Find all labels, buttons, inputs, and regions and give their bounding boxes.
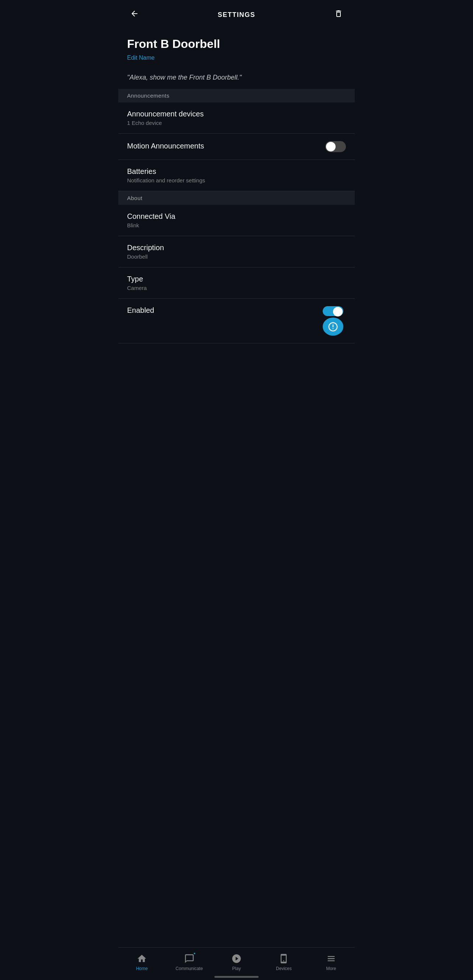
description-title: Description — [127, 243, 346, 252]
section-header-announcements: Announcements — [118, 89, 355, 102]
motion-announcements-content: Motion Announcements — [127, 142, 325, 152]
enabled-toggle[interactable] — [320, 306, 346, 336]
enabled-icon-graphic — [328, 321, 339, 332]
type-row: Type Camera — [118, 267, 355, 299]
connected-via-value: Blink — [127, 222, 346, 228]
announcement-devices-title: Announcement devices — [127, 110, 346, 118]
batteries-subtitle: Notification and reorder settings — [127, 177, 346, 183]
type-content: Type Camera — [127, 275, 346, 291]
enabled-row[interactable]: Enabled — [118, 299, 355, 344]
header: SETTINGS — [118, 0, 355, 29]
enabled-content: Enabled — [127, 306, 320, 316]
announcement-devices-row[interactable]: Announcement devices 1 Echo device — [118, 102, 355, 134]
delete-icon — [334, 9, 343, 20]
description-value: Doorbell — [127, 253, 346, 260]
motion-announcements-row[interactable]: Motion Announcements — [118, 134, 355, 160]
back-button[interactable] — [127, 7, 142, 22]
back-icon — [130, 9, 139, 20]
enabled-title: Enabled — [127, 306, 320, 315]
batteries-title: Batteries — [127, 167, 346, 176]
toggle-off-switch[interactable] — [325, 141, 346, 152]
edit-name-link[interactable]: Edit Name — [127, 54, 155, 61]
announcement-devices-content: Announcement devices 1 Echo device — [127, 110, 346, 126]
motion-announcements-toggle[interactable] — [325, 141, 346, 152]
connected-via-title: Connected Via — [127, 212, 346, 221]
connected-via-row: Connected Via Blink — [118, 205, 355, 236]
description-row: Description Doorbell — [118, 236, 355, 267]
device-name: Front B Doorbell — [127, 37, 346, 51]
type-title: Type — [127, 275, 346, 283]
connected-via-content: Connected Via Blink — [127, 212, 346, 228]
type-value: Camera — [127, 285, 346, 291]
enabled-toggle-track[interactable] — [323, 306, 343, 316]
batteries-content: Batteries Notification and reorder setti… — [127, 167, 346, 183]
section-header-about: About — [118, 191, 355, 205]
page-title: SETTINGS — [218, 11, 255, 19]
motion-announcements-title: Motion Announcements — [127, 142, 325, 150]
device-name-section: Front B Doorbell Edit Name — [118, 29, 355, 65]
enabled-toggle-icon — [323, 318, 343, 336]
delete-button[interactable] — [331, 7, 346, 22]
voice-hint: "Alexa, show me the Front B Doorbell." — [118, 65, 355, 89]
announcement-devices-subtitle: 1 Echo device — [127, 120, 346, 126]
description-content: Description Doorbell — [127, 243, 346, 260]
batteries-row[interactable]: Batteries Notification and reorder setti… — [118, 160, 355, 191]
